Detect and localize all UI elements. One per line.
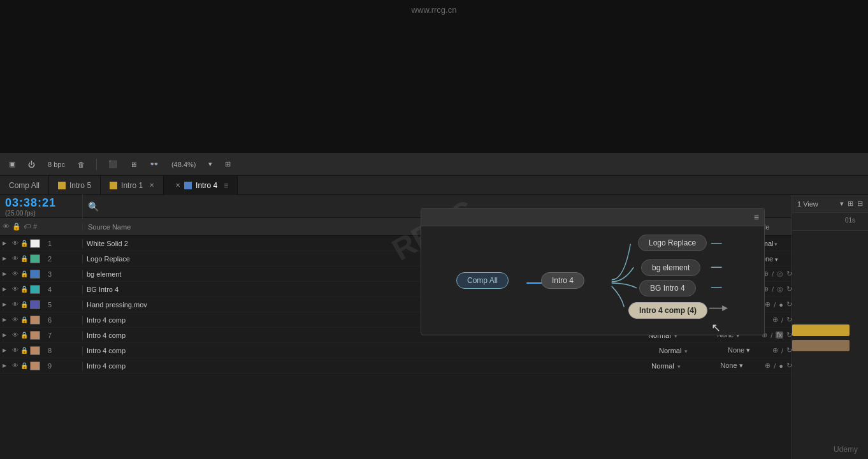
layer-5-expand[interactable]: ▶ <box>3 302 10 307</box>
tab-intro5[interactable]: Intro 5 <box>49 176 101 195</box>
layer-6-expand[interactable]: ▶ <box>3 317 10 323</box>
tab-intro5-color <box>58 182 66 189</box>
layer-9-vis[interactable]: 👁 <box>12 362 18 369</box>
layer-1-thumb <box>30 239 40 248</box>
layer-6-link-icon: ⊕ <box>772 316 778 324</box>
tab-intro4-menu[interactable]: ≡ <box>224 181 228 190</box>
layer-2-vis[interactable]: 👁 <box>12 255 18 262</box>
layer-3-paint-icon: ◎ <box>777 270 783 278</box>
toolbar-grid-icon[interactable]: ⊞ <box>221 159 235 170</box>
layer-4-vis[interactable]: 👁 <box>12 286 18 293</box>
tab-intro1[interactable]: Intro 1 ✕ <box>101 176 164 195</box>
track-row-6 <box>792 307 868 323</box>
layer-4-lock[interactable]: 🔒 <box>20 286 28 293</box>
layer-6-lock[interactable]: 🔒 <box>20 316 28 323</box>
node-graph-panel[interactable]: ≡ <box>421 208 765 335</box>
track-row-5 <box>792 292 868 307</box>
layer-5-lock[interactable]: 🔒 <box>20 301 28 308</box>
layer-8-mode[interactable]: Normal ▾ <box>655 347 712 354</box>
track-row-9 <box>792 353 868 368</box>
search-icon[interactable]: 🔍 <box>88 201 99 212</box>
tab-comp-all[interactable]: Comp All <box>0 176 49 195</box>
layer-5-link-icon: ⊕ <box>765 300 770 309</box>
timecode-area: 03:38:21 (25.00 fps) <box>0 194 83 219</box>
layer-9-thumb <box>30 361 40 370</box>
layer-3-pen-icon: / <box>772 270 774 278</box>
layer-3-vis[interactable]: 👁 <box>12 270 18 277</box>
layer-1-lock[interactable]: 🔒 <box>20 240 28 247</box>
toolbar-trash-icon[interactable]: 🗑 <box>74 159 89 170</box>
toolbar-power-icon[interactable]: ⏻ <box>24 159 39 170</box>
layer-7-pen-icon: / <box>770 332 772 339</box>
toolbar-zoom[interactable]: (48.4%) <box>168 159 200 170</box>
node-bg-element[interactable]: bg element <box>641 259 700 276</box>
track-row-4 <box>792 277 868 292</box>
layer-8-expand[interactable]: ▶ <box>3 347 10 353</box>
layer-8-vis[interactable]: 👁 <box>12 347 18 354</box>
layer-8-thumb <box>30 346 40 355</box>
toolbar-screen-icon[interactable]: ⬛ <box>105 159 121 170</box>
layer-7-thumb <box>30 331 40 340</box>
layer-6-thumb <box>30 316 40 324</box>
right-panel-icon1[interactable]: ⊞ <box>848 200 853 208</box>
layer-5-vis[interactable]: 👁 <box>12 301 18 308</box>
col-lock-icon: 🔒 <box>12 222 21 231</box>
udemy-logo: Udemy <box>834 445 858 454</box>
node-bg-intro4[interactable]: BG Intro 4 <box>639 280 696 296</box>
layer-1-num: 1 <box>42 240 57 247</box>
layer-2-expand[interactable]: ▶ <box>3 256 10 261</box>
col-hash-icon: # <box>33 222 37 231</box>
layer-8-trkmat[interactable]: None ▾ <box>725 346 770 354</box>
layer-2-num: 2 <box>42 255 57 263</box>
layer-8-lock[interactable]: 🔒 <box>20 347 28 354</box>
layer-1-vis[interactable]: 👁 <box>12 240 18 247</box>
layer-7-num: 7 <box>42 332 57 339</box>
tab-intro4[interactable]: ✕ Intro 4 ≡ <box>164 176 238 195</box>
search-area[interactable]: 🔍 <box>83 201 104 212</box>
track-bars-container <box>792 231 868 368</box>
one-view-label: 1 View <box>797 200 840 208</box>
right-panel-icon2[interactable]: ⊟ <box>857 200 863 208</box>
layer-4-controls: ▶ 👁 🔒 4 <box>0 285 83 294</box>
layer-1-expand[interactable]: ▶ <box>3 240 10 246</box>
layer-4-expand[interactable]: ▶ <box>3 286 10 292</box>
node-logo-replace[interactable]: Logo Replace <box>638 235 707 251</box>
track-row-7 <box>792 323 868 338</box>
layer-3-lock[interactable]: 🔒 <box>20 270 28 277</box>
layer-7-vis[interactable]: 👁 <box>12 332 18 339</box>
tab-intro4-color <box>184 182 192 189</box>
layer-7-lock[interactable]: 🔒 <box>20 332 28 339</box>
toolbar-glasses-icon[interactable]: 👓 <box>146 159 163 170</box>
toolbar-zoom-dropdown[interactable]: ▾ <box>205 159 216 170</box>
tab-intro1-label: Intro 1 <box>121 181 143 190</box>
node-comp-all[interactable]: Comp All <box>456 272 509 289</box>
layer-9-trkmat[interactable]: None ▾ <box>718 361 762 370</box>
layer-row-8[interactable]: ▶ 👁 🔒 8 Intro 4 comp Normal ▾ None ▾ ⊕ /… <box>0 343 868 358</box>
layer-3-thumb <box>30 270 40 279</box>
tab-intro1-close[interactable]: ✕ <box>149 182 154 189</box>
layer-8-controls: ▶ 👁 🔒 8 <box>0 346 83 355</box>
toolbar-bpc[interactable]: 8 bpc <box>44 159 69 170</box>
tab-comp-all-label: Comp All <box>9 181 40 190</box>
layer-9-lock[interactable]: 🔒 <box>20 362 28 369</box>
right-panel-dropdown-icon[interactable]: ▾ <box>840 200 844 208</box>
layer-5-num: 5 <box>42 301 57 309</box>
layer-3-num: 3 <box>42 270 57 278</box>
layer-3-expand[interactable]: ▶ <box>3 271 10 277</box>
node-intro4-comp4[interactable]: Intro 4 comp (4) <box>628 302 707 319</box>
cursor-indicator: ↖ <box>711 321 721 335</box>
timecode-fps: (25.00 fps) <box>5 210 77 217</box>
layer-2-lock[interactable]: 🔒 <box>20 255 28 262</box>
tab-intro4-close-left[interactable]: ✕ <box>175 182 180 189</box>
layer-4-num: 4 <box>42 286 57 293</box>
layer-6-vis[interactable]: 👁 <box>12 316 18 323</box>
node-graph-menu-icon[interactable]: ≡ <box>754 212 759 222</box>
layer-row-9[interactable]: ▶ 👁 🔒 9 Intro 4 comp Normal ▾ None ▾ ⊕ /… <box>0 358 868 374</box>
layer-9-expand[interactable]: ▶ <box>3 363 10 368</box>
toolbar-monitor-icon[interactable]: 🖥 <box>126 159 141 170</box>
layer-9-mode[interactable]: Normal ▾ <box>647 362 705 370</box>
layer-7-expand[interactable]: ▶ <box>3 332 10 338</box>
layer-8-name: Intro 4 comp <box>83 347 655 354</box>
layer-5-thumb <box>30 300 40 309</box>
node-intro4[interactable]: Intro 4 <box>541 272 584 289</box>
